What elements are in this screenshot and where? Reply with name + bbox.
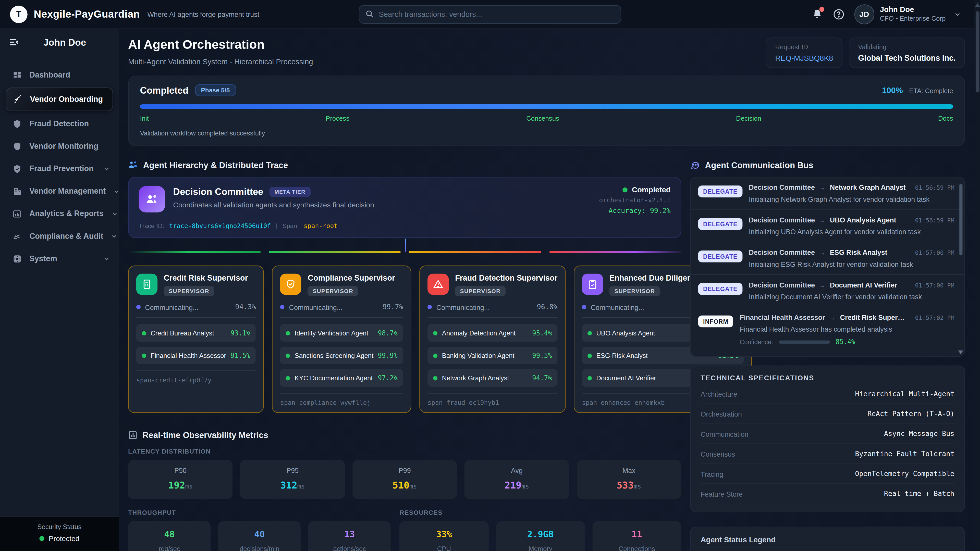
sidebar-item-vendor-monitoring[interactable]: Vendor Monitoring (0, 135, 119, 157)
metric-value: 312 (280, 480, 297, 491)
workflow-status: Completed (140, 85, 189, 96)
notifications-button[interactable] (812, 8, 823, 20)
latency-card-max: Max 533ms (576, 460, 681, 499)
help-icon[interactable] (833, 8, 844, 20)
sidebar-item-label: Compliance & Audit (29, 232, 103, 241)
sidebar-item-compliance-audit[interactable]: Compliance & Audit (0, 225, 119, 248)
sidebar-item-system[interactable]: System (0, 248, 119, 270)
agent-row: KYC Documentation Agent 97.2% (280, 369, 403, 387)
sidebar-item-dashboard[interactable]: Dashboard (0, 64, 119, 86)
agent-name: UBO Analysis Agent (596, 329, 655, 337)
agent-status-dot (587, 331, 592, 335)
global-search[interactable] (359, 5, 621, 23)
avatar: JD (854, 4, 874, 24)
page-scrollbar-thumb[interactable] (976, 11, 980, 92)
shield-check-icon (280, 274, 301, 295)
progress-bar (140, 104, 953, 109)
calculator-icon (136, 274, 158, 295)
message-from: Financial Health Assessor (740, 313, 825, 321)
communicating-dot (136, 305, 141, 309)
request-id-label: Request ID (775, 43, 833, 51)
rocket-icon (13, 95, 22, 104)
bus-scrollbar-thumb[interactable] (959, 184, 963, 256)
chevron-down-icon (111, 210, 118, 217)
agent-status-legend-panel: Agent Status Legend Idle Reasoning (690, 527, 965, 551)
request-id-card: Request ID REQ-MJSBQ8K8 (766, 38, 842, 68)
arrow-right-icon: → (819, 184, 825, 191)
message-body: Initializing Document AI Verifier for ve… (749, 293, 955, 300)
sidebar-item-vendor-management[interactable]: Vendor Management (0, 180, 119, 202)
user-menu[interactable]: JD John Doe CFO • Enterprise Corp (854, 4, 961, 24)
confidence-label: Confidence: (740, 338, 773, 345)
connector-segment-credit (128, 251, 260, 253)
agent-name: KYC Documentation Agent (295, 374, 373, 382)
scale-icon (13, 231, 22, 241)
sidebar-item-analytics-reports[interactable]: Analytics & Reports (0, 202, 119, 225)
sidebar: John Doe Dashboard Vendor Onboarding Fra… (0, 29, 119, 551)
metric-label: P50 (133, 467, 228, 474)
supervisor-score: 96.8% (537, 303, 558, 311)
shield-check-icon (13, 164, 22, 173)
page-scrollbar[interactable] (974, 0, 980, 551)
phase-docs: Docs (938, 114, 953, 122)
agent-status-dot (286, 353, 290, 358)
meta-tier-badge: META TIER (269, 186, 310, 197)
metric-value: 40 (222, 529, 297, 539)
supervisor-badge: SUPERVISOR (609, 286, 660, 296)
warning-triangle-icon (428, 274, 449, 295)
bus-scroll-down-icon[interactable] (958, 351, 963, 354)
bus-message: DELEGATE Decision Committee → Document A… (690, 275, 964, 307)
sidebar-item-vendor-onboarding[interactable]: Vendor Onboarding (6, 87, 113, 111)
resource-card-cpu: 33% CPU (400, 521, 488, 551)
sidebar-item-label: Fraud Detection (29, 119, 110, 128)
sidebar-item-fraud-detection[interactable]: Fraud Detection (0, 113, 119, 135)
agent-score: 97.2% (378, 374, 397, 382)
sidebar-item-fraud-prevention[interactable]: Fraud Prevention (0, 157, 119, 180)
trace-id-value[interactable]: trace-8byurs6x1gno24506u10f (169, 222, 271, 229)
agent-row: Identity Verification Agent 98.7% (280, 324, 403, 342)
top-bar: T Nexgile-PayGuardian Where AI agents fo… (0, 0, 980, 29)
validating-card: Validating Global Tech Solutions Inc. (849, 38, 965, 68)
trace-section-title: Agent Hierarchy & Distributed Trace (143, 160, 288, 170)
agent-status-dot (433, 331, 438, 335)
throughput-card-req: 48 req/sec (128, 521, 211, 551)
agent-status-dot (433, 353, 438, 358)
chevron-down-icon (103, 255, 110, 262)
throughput-card-actions: 13 actions/sec (308, 521, 391, 551)
message-to: Credit Risk Supervisor (840, 313, 905, 321)
metric-label: req/sec (132, 545, 207, 551)
dashboard-icon (13, 70, 22, 80)
connector-segment-edd (549, 251, 681, 253)
notification-dot (819, 6, 824, 12)
agent-status-dot (142, 353, 146, 358)
committee-name: Decision Committee (173, 186, 263, 197)
search-input[interactable] (379, 10, 614, 18)
message-time: 01:57:00 PM (910, 282, 955, 289)
user-name: John Doe (880, 5, 946, 15)
agent-row: Banking Validation Agent 99.5% (428, 347, 557, 364)
building-icon (13, 186, 22, 196)
app-window: T Nexgile-PayGuardian Where AI agents fo… (0, 0, 980, 551)
communication-bus-list[interactable]: DELEGATE Decision Committee → Network Gr… (690, 177, 965, 357)
metric-value: 2.9GB (500, 529, 581, 539)
metric-label: CPU (404, 545, 485, 551)
message-to: Network Graph Analyst (830, 184, 906, 191)
message-type-badge: DELEGATE (698, 283, 743, 295)
message-body: Initializing ESG Risk Analyst for vendor… (749, 260, 955, 268)
latency-card-p95: P95 312ms (240, 460, 345, 499)
agent-name: Sanctions Screening Agent (295, 352, 374, 359)
metric-unit: ms (409, 483, 417, 490)
sidebar-collapse-icon[interactable] (9, 37, 19, 48)
message-body: Initializing Network Graph Analyst for v… (749, 196, 955, 203)
chat-bubble-icon (690, 160, 700, 170)
message-from: Decision Committee (749, 216, 815, 224)
committee-description: Coordinates all validation agents and sy… (173, 201, 374, 209)
message-to: UBO Analysis Agent (830, 216, 896, 224)
phase-decision: Decision (736, 114, 761, 122)
request-id-value[interactable]: REQ-MJSBQ8K8 (775, 54, 833, 62)
scroll-up-icon[interactable] (975, 3, 980, 7)
latency-card-p99: P99 510ms (352, 460, 457, 499)
metric-value: 11 (596, 529, 678, 539)
spec-label: Architecture (700, 390, 737, 397)
supervisor-status: Communicating... (289, 303, 342, 311)
